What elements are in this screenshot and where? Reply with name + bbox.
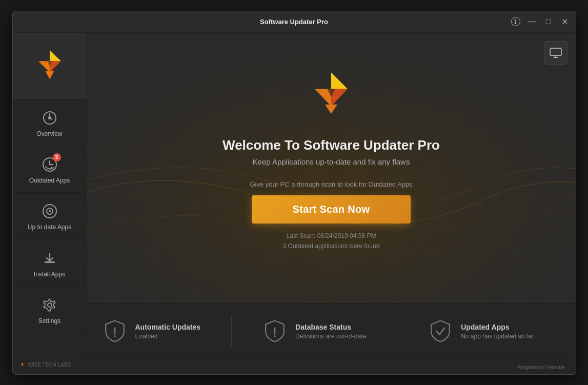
- title-bar: Software Updater Pro ℹ — □ ✕: [13, 11, 576, 33]
- shield-warning-icon-1: [103, 319, 127, 343]
- welcome-title: Welcome To Software Updater Pro: [222, 137, 440, 153]
- sidebar-logo: [13, 33, 87, 99]
- overview-icon: [40, 109, 59, 127]
- shield-warning-icon-2: [262, 319, 287, 343]
- welcome-subtitle: Keep Applications up-to-date and fix any…: [253, 157, 410, 166]
- shield-check-icon: [428, 319, 453, 343]
- status-subtitle-database-status: Definitions are out-of-date: [295, 333, 366, 340]
- svg-marker-23: [331, 72, 348, 89]
- svg-point-31: [274, 335, 276, 337]
- outdated-apps-badge: 3: [53, 153, 61, 161]
- status-title-automatic-updates: Automatic Updates: [135, 323, 201, 331]
- status-text-database-status: Database Status Definitions are out-of-d…: [295, 323, 366, 340]
- status-item-database-status: Database Status Definitions are out-of-d…: [262, 319, 366, 343]
- status-divider-1: [231, 316, 232, 347]
- sidebar-item-uptodate-apps[interactable]: Up to date Apps: [13, 193, 87, 239]
- status-item-updated-apps: Updated Apps No app has updated so far.: [428, 319, 535, 343]
- main-layout: Overview 3 Outdated Apps: [13, 33, 576, 374]
- window-title: Software Updater Pro: [260, 18, 328, 26]
- bottom-bar: Registered Version: [87, 359, 576, 374]
- svg-marker-26: [325, 104, 337, 113]
- outdated-apps-label: Outdated Apps: [29, 177, 70, 184]
- brand-label: WISE TECH LABS: [28, 362, 71, 368]
- sidebar-item-settings[interactable]: Settings: [13, 287, 87, 333]
- status-text-automatic-updates: Automatic Updates Enabled: [135, 323, 201, 340]
- display-icon: [549, 46, 562, 59]
- status-subtitle-updated-apps: No app has updated so far.: [461, 333, 535, 340]
- overview-label: Overview: [36, 130, 62, 137]
- info-button[interactable]: ℹ: [511, 17, 520, 26]
- settings-label: Settings: [38, 317, 60, 325]
- status-subtitle-automatic-updates: Enabled: [135, 333, 201, 340]
- window-title-bold: Pro: [317, 18, 328, 26]
- sidebar-item-outdated-apps[interactable]: 3 Outdated Apps: [13, 146, 87, 193]
- app-logo-large: [303, 69, 359, 125]
- svg-marker-16: [22, 362, 24, 364]
- status-item-automatic-updates: Automatic Updates Enabled: [103, 319, 201, 343]
- sidebar-nav: Overview 3 Outdated Apps: [13, 99, 87, 356]
- sidebar-item-install-apps[interactable]: Install Apps: [13, 240, 87, 287]
- minimize-button[interactable]: —: [528, 17, 537, 26]
- content-area: Welcome To Software Updater Pro Keep App…: [87, 33, 576, 374]
- window-title-text: Software Updater: [260, 18, 317, 26]
- install-apps-label: Install Apps: [34, 271, 65, 278]
- svg-point-15: [48, 303, 52, 307]
- app-logo-small: [32, 48, 68, 84]
- status-text-updated-apps: Updated Apps No app has updated so far.: [461, 323, 535, 340]
- svg-point-29: [114, 335, 116, 337]
- brand-logo-icon: [19, 362, 25, 368]
- registered-label: Registered Version: [518, 364, 565, 370]
- center-content: Welcome To Software Updater Pro Keep App…: [87, 33, 576, 303]
- status-title-updated-apps: Updated Apps: [461, 323, 535, 331]
- svg-rect-13: [45, 261, 55, 263]
- main-window: Software Updater Pro ℹ — □ ✕: [12, 11, 576, 375]
- svg-rect-20: [550, 48, 561, 55]
- start-scan-button[interactable]: Start Scan Now: [252, 195, 411, 224]
- uptodate-apps-icon: [40, 202, 59, 220]
- svg-marker-18: [22, 364, 24, 366]
- sidebar-item-overview[interactable]: Overview: [13, 99, 87, 146]
- last-scan-line1: Last Scan: 08/24/2019 04:58 PM: [283, 231, 380, 241]
- sidebar: Overview 3 Outdated Apps: [13, 33, 87, 374]
- last-scan-line2: 3 Outdated applications were found: [283, 241, 380, 251]
- close-button[interactable]: ✕: [560, 17, 570, 26]
- svg-point-12: [49, 210, 51, 212]
- svg-marker-1: [38, 61, 50, 72]
- svg-marker-2: [50, 61, 61, 72]
- sidebar-footer: WISE TECH LABS: [13, 356, 87, 374]
- scan-prompt: Give your PC a through scan to look for …: [250, 180, 412, 188]
- status-divider-2: [397, 316, 397, 347]
- status-title-database-status: Database Status: [295, 323, 366, 331]
- maximize-button[interactable]: □: [544, 17, 553, 26]
- settings-icon: [40, 296, 59, 314]
- outdated-apps-icon: 3: [40, 155, 59, 174]
- svg-marker-0: [50, 50, 61, 61]
- install-apps-icon: [40, 249, 59, 268]
- display-button[interactable]: [544, 41, 567, 65]
- uptodate-apps-label: Up to date Apps: [28, 224, 71, 231]
- last-scan-info: Last Scan: 08/24/2019 04:58 PM 3 Outdate…: [283, 231, 380, 252]
- svg-marker-3: [45, 71, 54, 79]
- window-controls: ℹ — □ ✕: [511, 17, 570, 26]
- svg-marker-17: [21, 364, 22, 366]
- status-bar: Automatic Updates Enabled Database Statu…: [87, 303, 576, 359]
